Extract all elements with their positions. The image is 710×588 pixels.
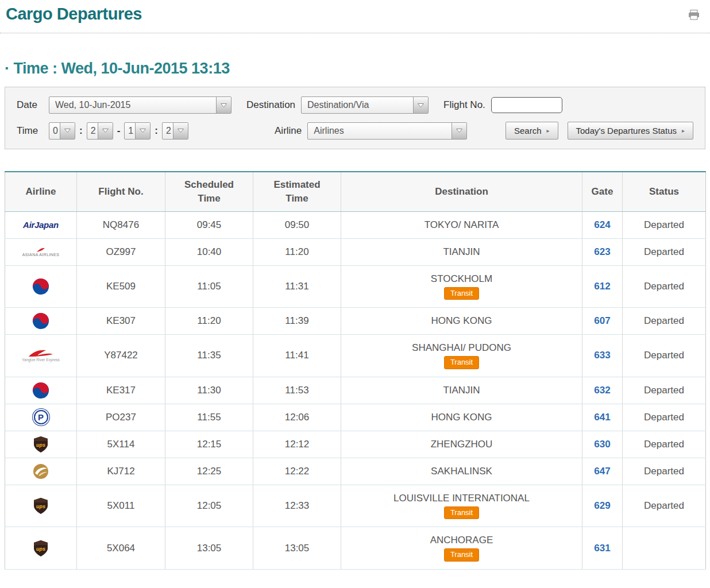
todays-departures-status-button[interactable]: Today's Departures Status ▸ <box>568 122 693 140</box>
destination-select-value: Destination/Via <box>302 100 375 110</box>
destination-cell: SAKHALINSK <box>341 458 582 485</box>
status: Departed <box>623 308 706 335</box>
estimated-time: 09:50 <box>253 211 341 238</box>
flight-no: KE307 <box>77 308 165 335</box>
table-row: KE50911:0511:31STOCKHOLMTransit612Depart… <box>5 265 706 308</box>
search-button[interactable]: Search ▸ <box>506 122 558 140</box>
filter-row-1: Date Wed, 10-Jun-2015 Destination Destin… <box>17 96 693 114</box>
destination-name: STOCKHOLM <box>345 273 578 285</box>
gate-link[interactable]: 630 <box>582 431 623 458</box>
flight-no: OZ997 <box>77 238 165 265</box>
destination-name: ZHENGZHOU <box>345 439 578 450</box>
date-select[interactable]: Wed, 10-Jun-2015 <box>49 96 231 114</box>
page-header: Cargo Departures <box>5 3 705 24</box>
gate-link[interactable]: 632 <box>582 377 623 404</box>
page-title: Cargo Departures <box>6 5 142 24</box>
polar-logo: P <box>6 410 75 424</box>
destination-name: LOUISVILLE INTERNATIONAL <box>345 493 578 504</box>
destination-cell: SHANGHAI/ PUDONGTransit <box>341 335 582 377</box>
airline-cell <box>5 308 77 335</box>
flight-no: PO237 <box>77 404 165 431</box>
table-row: AirJapanNQ847609:4509:50TOKYO/ NARITA624… <box>5 211 706 238</box>
time-start-minute-select[interactable]: 2 <box>87 122 113 140</box>
column-header: Estimated Time <box>253 172 341 211</box>
flight-no-input[interactable] <box>491 97 562 113</box>
table-row: KE30711:2011:39HONG KONG607Departed <box>5 308 706 335</box>
caret-right-icon: ▸ <box>546 128 549 134</box>
destination-label: Destination <box>246 99 295 111</box>
gate-link[interactable]: 631 <box>582 527 623 570</box>
scheduled-time: 11:55 <box>165 404 253 431</box>
caret-right-icon: ▸ <box>682 128 685 134</box>
korean-air-logo <box>6 382 75 399</box>
scheduled-time: 10:40 <box>165 238 253 265</box>
estimated-time: 11:53 <box>253 377 341 404</box>
time-dash-separator: - <box>117 125 121 137</box>
airline-cell: P <box>5 404 77 431</box>
destination-name: TIANJIN <box>345 385 578 396</box>
airline-cell: ups <box>5 431 77 458</box>
destination-name: HONG KONG <box>345 412 578 423</box>
transit-badge: Transit <box>444 548 479 562</box>
status: Departed <box>623 377 706 404</box>
airline-cell: ASIANA AIRLINES <box>5 238 77 265</box>
gate-link[interactable]: 633 <box>582 335 623 377</box>
airline-select[interactable]: Airlines <box>307 122 467 140</box>
scheduled-time: 09:45 <box>165 211 253 238</box>
printer-icon <box>688 12 700 22</box>
scheduled-time: 12:15 <box>165 431 253 458</box>
dotted-divider <box>0 33 710 33</box>
column-header: Scheduled Time <box>165 172 253 211</box>
column-header: Status <box>623 172 706 211</box>
flight-no: KE509 <box>77 265 165 308</box>
gate-link[interactable]: 629 <box>582 485 623 527</box>
print-button[interactable] <box>687 9 701 24</box>
gate-link[interactable]: 641 <box>582 404 623 431</box>
airline-cell: ups <box>5 485 77 527</box>
chevron-down-icon <box>173 123 188 139</box>
time-start-hour-select[interactable]: 0 <box>49 122 75 140</box>
chevron-down-icon <box>413 97 428 113</box>
chevron-down-icon <box>60 123 75 139</box>
destination-cell: STOCKHOLMTransit <box>341 265 582 308</box>
gate-link[interactable]: 607 <box>582 308 623 335</box>
airline-cell <box>5 458 77 485</box>
destination-select[interactable]: Destination/Via <box>301 96 429 114</box>
time-end-hour-value: 1 <box>125 126 135 136</box>
flight-no: Y87422 <box>77 335 165 377</box>
table-row: ups5X06413:0513:05ANCHORAGETransit631 <box>5 527 706 570</box>
estimated-time: 11:41 <box>253 335 341 377</box>
status <box>623 527 706 570</box>
time-end-hour-select[interactable]: 1 <box>124 122 151 140</box>
departures-table: AirlineFlight No.Scheduled TimeEstimated… <box>5 171 706 570</box>
destination-cell: TOKYO/ NARITA <box>341 211 582 238</box>
destination-cell: ANCHORAGETransit <box>341 527 582 570</box>
destination-name: TIANJIN <box>345 246 578 258</box>
departures-table-head: AirlineFlight No.Scheduled TimeEstimated… <box>5 172 706 211</box>
chevron-down-icon <box>216 97 231 113</box>
table-row: KE31711:3011:53TIANJIN632Departed <box>5 377 706 404</box>
status: Departed <box>623 211 706 238</box>
status-button-label: Today's Departures Status <box>576 126 677 136</box>
gate-link[interactable]: 612 <box>582 265 623 308</box>
gate-link[interactable]: 647 <box>582 458 623 485</box>
korean-air-logo <box>6 278 75 295</box>
airline-cell <box>5 265 77 308</box>
table-row: Yangtze River ExpressY8742211:3511:41SHA… <box>5 335 706 377</box>
scheduled-time: 11:30 <box>165 377 253 404</box>
transit-badge: Transit <box>444 287 479 300</box>
gate-link[interactable]: 624 <box>582 211 623 238</box>
status: Departed <box>623 431 706 458</box>
table-row: PPO23711:5512:06HONG KONG641Departed <box>5 404 706 431</box>
airline-select-value: Airlines <box>308 126 349 136</box>
time-end-minute-select[interactable]: 2 <box>162 122 188 140</box>
airline-cell: AirJapan <box>5 211 77 238</box>
yangtze-logo: Yangtze River Express <box>6 349 75 362</box>
filter-row-2: Time 0 : 2 - 1 : 2 Airline <box>17 122 693 140</box>
estimated-time: 11:31 <box>253 265 341 308</box>
time-start-minute-value: 2 <box>87 126 98 136</box>
status: Departed <box>623 238 706 265</box>
ups-logo: ups <box>6 497 75 514</box>
estimated-time: 12:12 <box>253 431 341 458</box>
gate-link[interactable]: 623 <box>582 238 623 265</box>
